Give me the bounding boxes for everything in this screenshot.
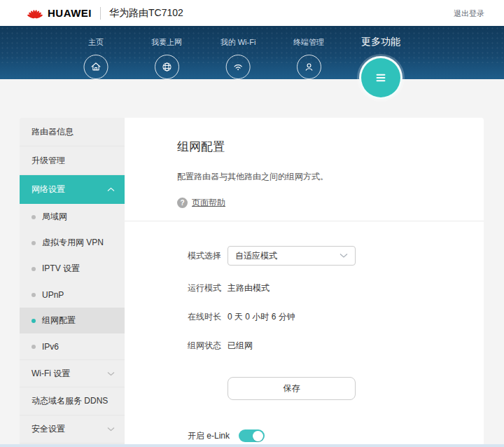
chevron-up-icon bbox=[107, 187, 115, 192]
page-title: 组网配置 bbox=[177, 139, 484, 155]
nav-label: 我的 Wi-Fi bbox=[220, 37, 256, 48]
sidebar-item-label: 虚拟专用网 VPN bbox=[42, 237, 104, 249]
bullet-icon bbox=[31, 293, 36, 297]
content-divider bbox=[125, 221, 484, 221]
sidebar-item-label: UPnP bbox=[42, 290, 64, 300]
nav-item-more[interactable]: 更多功能 bbox=[359, 36, 402, 99]
top-nav: 主页 我要上网 我的 Wi-Fi 终端管理 bbox=[0, 26, 504, 79]
sidebar-item-label: 路由器信息 bbox=[31, 126, 74, 138]
brand-row: HUAWEI 华为路由TC7102 bbox=[0, 0, 504, 26]
run-mode-label: 运行模式 bbox=[188, 282, 227, 294]
mesh-status-label: 组网状态 bbox=[188, 340, 227, 352]
chevron-down-icon bbox=[107, 427, 115, 432]
sidebar-item-vpn[interactable]: 虚拟专用网 VPN bbox=[20, 230, 125, 256]
header-divider bbox=[100, 7, 101, 20]
bullet-icon bbox=[31, 241, 36, 245]
mode-select-label: 模式选择 bbox=[188, 250, 227, 262]
bullet-icon bbox=[31, 319, 36, 323]
page-help-link[interactable]: ? 页面帮助 bbox=[177, 197, 225, 209]
nav-item-internet[interactable]: 我要上网 bbox=[151, 37, 182, 79]
sidebar-item-mesh-config[interactable]: 组网配置 bbox=[20, 308, 125, 333]
run-mode-row: 运行模式 主路由模式 bbox=[188, 282, 484, 294]
sidebar-item-lan[interactable]: 局域网 bbox=[20, 204, 125, 230]
mesh-status-value: 已组网 bbox=[227, 340, 253, 352]
sidebar-item-label: 升级管理 bbox=[31, 155, 65, 167]
sidebar: 路由器信息 升级管理 网络设置 局域网 虚拟专用网 VPN IPTV 设置 UP… bbox=[20, 118, 125, 444]
sidebar-item-label: IPv6 bbox=[42, 342, 59, 352]
chevron-down-icon bbox=[107, 371, 115, 376]
toggle-knob bbox=[253, 431, 263, 441]
nav-item-wifi[interactable]: 我的 Wi-Fi bbox=[220, 37, 256, 79]
sidebar-item-ddns[interactable]: 动态域名服务 DDNS bbox=[20, 387, 125, 415]
sidebar-item-iptv[interactable]: IPTV 设置 bbox=[20, 256, 125, 282]
online-time-row: 在线时长 0 天 0 小时 6 分钟 bbox=[188, 311, 484, 323]
nav-item-devices[interactable]: 终端管理 bbox=[293, 37, 324, 79]
globe-icon bbox=[155, 55, 179, 79]
elink-row: 开启 e-Link bbox=[188, 429, 484, 442]
nav-label: 主页 bbox=[84, 37, 108, 48]
user-icon bbox=[297, 55, 321, 79]
sidebar-item-upgrade[interactable]: 升级管理 bbox=[20, 146, 125, 175]
sidebar-item-label: 局域网 bbox=[42, 211, 67, 223]
sidebar-item-label: IPTV 设置 bbox=[42, 263, 80, 275]
chevron-down-icon bbox=[340, 253, 348, 259]
sidebar-item-label: 动态域名服务 DDNS bbox=[31, 395, 108, 407]
wifi-icon bbox=[226, 55, 251, 79]
nav-label: 我要上网 bbox=[151, 37, 182, 48]
help-icon: ? bbox=[177, 198, 188, 208]
logout-link[interactable]: 退出登录 bbox=[454, 8, 484, 19]
sidebar-item-upnp[interactable]: UPnP bbox=[20, 282, 125, 308]
huawei-logo-icon bbox=[27, 7, 43, 19]
bullet-icon bbox=[31, 215, 36, 219]
save-button[interactable]: 保存 bbox=[227, 377, 356, 400]
page-description: 配置路由器与其他路由之间的组网方式。 bbox=[177, 171, 484, 183]
mode-select-dropdown[interactable]: 自适应模式 bbox=[227, 246, 356, 266]
home-icon bbox=[84, 55, 108, 79]
elink-toggle[interactable] bbox=[239, 429, 265, 442]
main-panel: 组网配置 配置路由器与其他路由之间的组网方式。 ? 页面帮助 模式选择 自适应模… bbox=[125, 118, 484, 444]
help-link-label: 页面帮助 bbox=[192, 197, 225, 209]
nav-label: 终端管理 bbox=[293, 37, 324, 48]
mesh-config-form: 模式选择 自适应模式 运行模式 主路由模式 在线时长 0 天 0 小时 6 分钟… bbox=[125, 246, 484, 442]
app-header: HUAWEI 华为路由TC7102 退出登录 bbox=[0, 0, 504, 26]
sidebar-item-network-settings[interactable]: 网络设置 bbox=[20, 175, 125, 204]
sidebar-item-label: 网络设置 bbox=[31, 184, 65, 195]
nav-label: 更多功能 bbox=[359, 36, 402, 48]
sidebar-item-security[interactable]: 安全设置 bbox=[20, 415, 125, 443]
sidebar-item-router-info[interactable]: 路由器信息 bbox=[20, 118, 125, 146]
bottom-strip bbox=[0, 444, 504, 447]
online-time-value: 0 天 0 小时 6 分钟 bbox=[227, 311, 295, 323]
mesh-status-row: 组网状态 已组网 bbox=[188, 340, 484, 352]
online-time-label: 在线时长 bbox=[188, 311, 227, 323]
menu-icon[interactable] bbox=[359, 56, 402, 99]
sidebar-item-label: Wi-Fi 设置 bbox=[31, 368, 70, 380]
sidebar-item-label: 安全设置 bbox=[31, 423, 65, 435]
run-mode-value: 主路由模式 bbox=[227, 282, 270, 294]
mode-select-row: 模式选择 自适应模式 bbox=[188, 246, 484, 266]
sidebar-item-wifi-settings[interactable]: Wi-Fi 设置 bbox=[20, 359, 125, 387]
brand-name: HUAWEI bbox=[48, 7, 92, 19]
product-name: 华为路由TC7102 bbox=[109, 7, 183, 20]
bullet-icon bbox=[31, 267, 36, 271]
sidebar-item-ipv6[interactable]: IPv6 bbox=[20, 333, 125, 359]
bullet-icon bbox=[31, 345, 36, 349]
nav-item-home[interactable]: 主页 bbox=[84, 37, 108, 79]
mode-select-value: 自适应模式 bbox=[235, 250, 277, 262]
sidebar-item-label: 组网配置 bbox=[42, 315, 76, 326]
elink-label: 开启 e-Link bbox=[188, 430, 239, 442]
